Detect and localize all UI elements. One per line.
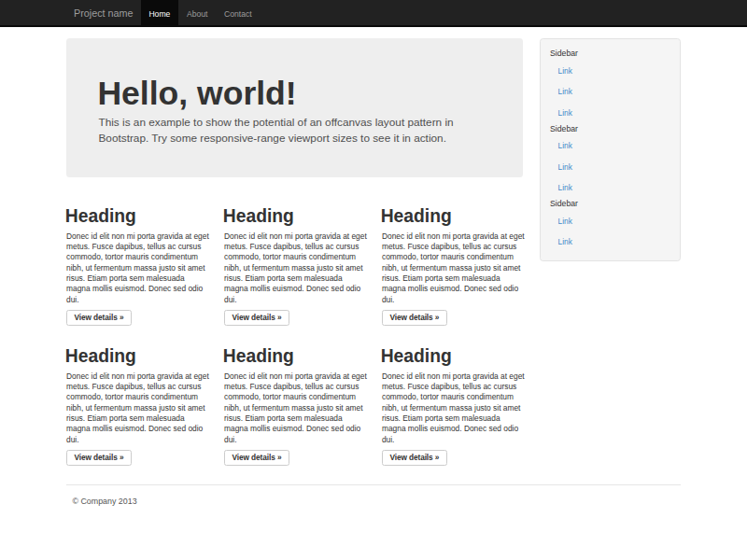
- nav-item-home[interactable]: Home: [141, 0, 179, 25]
- sidebar-header: Sidebar: [550, 49, 680, 57]
- footer-divider: [66, 484, 681, 485]
- content-card: HeadingDonec id elit non mi porta gravid…: [66, 208, 209, 326]
- view-details-button[interactable]: View details »: [382, 450, 447, 465]
- view-details-button[interactable]: View details »: [66, 310, 132, 325]
- view-details-button[interactable]: View details »: [382, 310, 447, 325]
- sidebar: SidebarLinkLinkLinkSidebarLinkLinkLinkSi…: [540, 38, 681, 261]
- content-card: HeadingDonec id elit non mi porta gravid…: [382, 208, 525, 326]
- card-body-text: Donec id elit non mi porta gravida at eg…: [224, 371, 368, 445]
- nav-item-about[interactable]: About: [178, 0, 216, 25]
- card-body-text: Donec id elit non mi porta gravida at eg…: [224, 231, 368, 305]
- footer-copyright: © Company 2013: [72, 497, 136, 507]
- view-details-button[interactable]: View details »: [224, 310, 289, 325]
- sidebar-group: SidebarLinkLinkLink: [550, 125, 680, 192]
- sidebar-link[interactable]: Link: [558, 163, 577, 171]
- card-heading: Heading: [223, 208, 367, 226]
- card-heading: Heading: [65, 348, 209, 366]
- card-body-text: Donec id elit non mi porta gravida at eg…: [382, 371, 526, 445]
- navbar: Project name HomeAboutContact: [0, 0, 747, 27]
- card-body-text: Donec id elit non mi porta gravida at eg…: [66, 231, 210, 305]
- sidebar-header: Sidebar: [550, 125, 680, 133]
- content-card: HeadingDonec id elit non mi porta gravid…: [224, 208, 367, 326]
- sidebar-group: SidebarLinkLink: [550, 200, 680, 245]
- sidebar-link[interactable]: Link: [558, 88, 577, 95]
- card-heading: Heading: [381, 348, 525, 366]
- jumbotron: Hello, world! This is an example to show…: [66, 38, 523, 177]
- content-card: HeadingDonec id elit non mi porta gravid…: [224, 348, 367, 466]
- sidebar-group: SidebarLinkLinkLink: [550, 49, 680, 117]
- nav-item-contact[interactable]: Contact: [216, 0, 260, 25]
- card-heading: Heading: [223, 348, 367, 366]
- jumbotron-text: This is an example to show the potential…: [98, 115, 472, 147]
- content-card: HeadingDonec id elit non mi porta gravid…: [66, 348, 209, 466]
- sidebar-link[interactable]: Link: [558, 238, 577, 245]
- content-card: HeadingDonec id elit non mi porta gravid…: [382, 348, 525, 466]
- card-body-text: Donec id elit non mi porta gravida at eg…: [382, 231, 526, 305]
- card-heading: Heading: [65, 208, 209, 226]
- navbar-nav: HomeAboutContact: [141, 0, 261, 25]
- sidebar-header: Sidebar: [550, 200, 680, 207]
- card-heading: Heading: [381, 208, 525, 226]
- card-body-text: Donec id elit non mi porta gravida at eg…: [66, 371, 210, 445]
- sidebar-link[interactable]: Link: [558, 67, 577, 75]
- sidebar-link[interactable]: Link: [558, 109, 577, 117]
- view-details-button[interactable]: View details »: [66, 450, 132, 465]
- jumbotron-title: Hello, world!: [97, 77, 296, 110]
- sidebar-link[interactable]: Link: [558, 217, 577, 225]
- sidebar-link[interactable]: Link: [558, 184, 577, 191]
- sidebar-link[interactable]: Link: [558, 142, 577, 149]
- navbar-brand[interactable]: Project name: [74, 0, 134, 25]
- view-details-button[interactable]: View details »: [224, 450, 289, 465]
